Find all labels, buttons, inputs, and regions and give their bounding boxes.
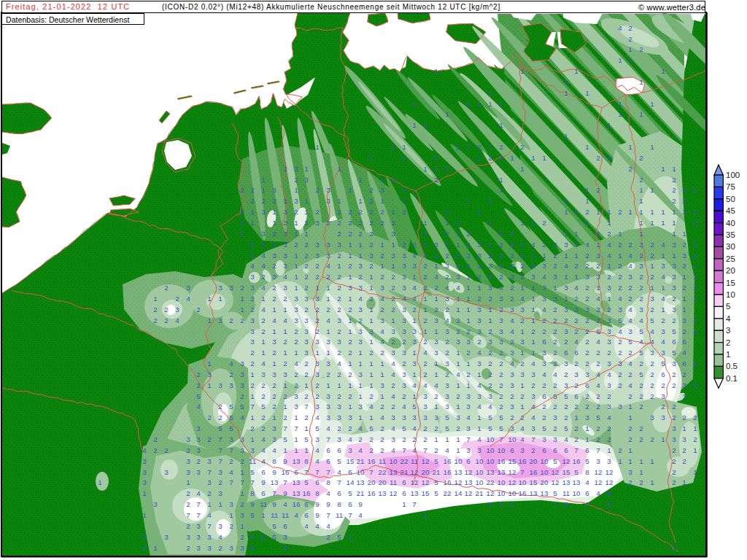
svg-text:11: 11: [271, 511, 278, 519]
svg-text:1: 1: [348, 533, 352, 541]
svg-text:2: 2: [639, 435, 643, 443]
svg-text:1: 1: [682, 295, 686, 303]
svg-text:2: 2: [618, 381, 622, 389]
svg-text:1: 1: [402, 143, 406, 151]
svg-text:13: 13: [379, 489, 387, 497]
svg-text:6: 6: [326, 457, 330, 465]
svg-text:1: 1: [466, 316, 470, 324]
svg-text:1: 1: [531, 154, 535, 162]
svg-text:1: 1: [564, 230, 568, 238]
svg-text:2: 2: [240, 208, 244, 216]
svg-text:3: 3: [510, 262, 514, 270]
svg-text:9: 9: [326, 500, 330, 508]
svg-text:2: 2: [520, 316, 524, 324]
svg-text:5: 5: [672, 327, 676, 335]
svg-text:6: 6: [585, 489, 589, 497]
svg-text:8: 8: [304, 457, 309, 465]
svg-text:3: 3: [456, 316, 460, 324]
svg-text:2: 2: [434, 392, 438, 400]
svg-text:4: 4: [423, 349, 427, 357]
svg-text:3: 3: [618, 402, 622, 411]
svg-text:1: 1: [639, 457, 643, 465]
svg-text:2: 2: [196, 457, 200, 465]
svg-text:2: 2: [607, 306, 611, 314]
svg-text:2: 2: [207, 435, 211, 443]
svg-text:2: 2: [294, 381, 298, 389]
svg-text:4: 4: [607, 241, 611, 249]
svg-text:25: 25: [726, 254, 735, 263]
svg-text:1: 1: [423, 219, 427, 227]
svg-text:4: 4: [229, 359, 233, 368]
svg-text:4: 4: [261, 284, 266, 292]
svg-text:1: 1: [574, 241, 578, 249]
svg-text:4: 4: [628, 359, 632, 368]
svg-text:1: 1: [348, 186, 352, 194]
svg-text:8: 8: [315, 489, 320, 497]
svg-text:6: 6: [574, 392, 578, 400]
svg-text:12: 12: [605, 468, 614, 476]
svg-text:2: 2: [618, 262, 622, 270]
svg-text:3: 3: [196, 544, 201, 552]
svg-text:2: 2: [726, 338, 730, 347]
svg-text:1: 1: [456, 219, 460, 227]
svg-text:45: 45: [726, 206, 735, 215]
svg-text:4: 4: [391, 392, 395, 400]
svg-text:3: 3: [294, 316, 298, 324]
svg-text:2: 2: [283, 295, 287, 303]
svg-text:1: 1: [639, 208, 643, 216]
svg-text:4: 4: [477, 381, 481, 389]
svg-text:7: 7: [326, 435, 330, 443]
svg-text:3: 3: [229, 435, 233, 443]
svg-text:7: 7: [348, 511, 352, 519]
svg-text:1: 1: [412, 349, 416, 357]
svg-text:2: 2: [294, 327, 298, 335]
svg-text:2: 2: [682, 284, 686, 292]
svg-text:2: 2: [672, 197, 676, 205]
svg-text:3: 3: [510, 349, 514, 357]
svg-text:2: 2: [542, 327, 546, 335]
svg-text:2: 2: [315, 262, 319, 270]
svg-text:2: 2: [553, 359, 557, 368]
svg-text:1: 1: [531, 295, 535, 303]
svg-text:8: 8: [250, 489, 255, 497]
svg-text:2: 2: [218, 402, 222, 411]
svg-text:1: 1: [207, 381, 211, 389]
svg-text:1: 1: [510, 154, 514, 162]
svg-text:9: 9: [315, 511, 319, 519]
svg-text:2: 2: [574, 295, 578, 303]
svg-text:2: 2: [369, 435, 373, 443]
svg-text:4: 4: [477, 402, 481, 411]
svg-text:2: 2: [661, 381, 665, 389]
svg-text:2: 2: [358, 219, 362, 227]
svg-text:1: 1: [661, 165, 665, 173]
svg-text:2: 2: [272, 381, 276, 389]
svg-text:4: 4: [326, 489, 330, 497]
svg-text:1: 1: [283, 349, 287, 357]
svg-text:2: 2: [358, 230, 362, 238]
svg-text:2: 2: [585, 500, 589, 508]
svg-text:1: 1: [607, 208, 611, 216]
svg-text:3: 3: [661, 262, 665, 270]
svg-text:1: 1: [294, 230, 298, 238]
svg-text:1: 1: [358, 349, 362, 357]
svg-text:4: 4: [639, 316, 643, 324]
svg-text:1: 1: [380, 262, 384, 270]
svg-text:1: 1: [358, 413, 362, 421]
svg-text:2: 2: [682, 241, 686, 249]
svg-text:2: 2: [650, 381, 654, 389]
svg-text:2: 2: [672, 295, 676, 303]
svg-text:3: 3: [315, 295, 320, 303]
svg-text:2: 2: [423, 511, 427, 519]
svg-text:16: 16: [303, 489, 311, 497]
svg-text:3: 3: [412, 359, 417, 368]
svg-text:6: 6: [585, 381, 589, 389]
svg-text:3: 3: [358, 327, 363, 335]
svg-text:2: 2: [650, 252, 654, 260]
svg-text:3: 3: [283, 284, 287, 292]
svg-text:3: 3: [531, 273, 535, 281]
svg-text:3: 3: [542, 262, 546, 270]
svg-text:2: 2: [337, 252, 341, 260]
svg-text:1: 1: [628, 56, 632, 64]
svg-text:2: 2: [196, 306, 200, 314]
svg-text:2: 2: [250, 197, 254, 205]
